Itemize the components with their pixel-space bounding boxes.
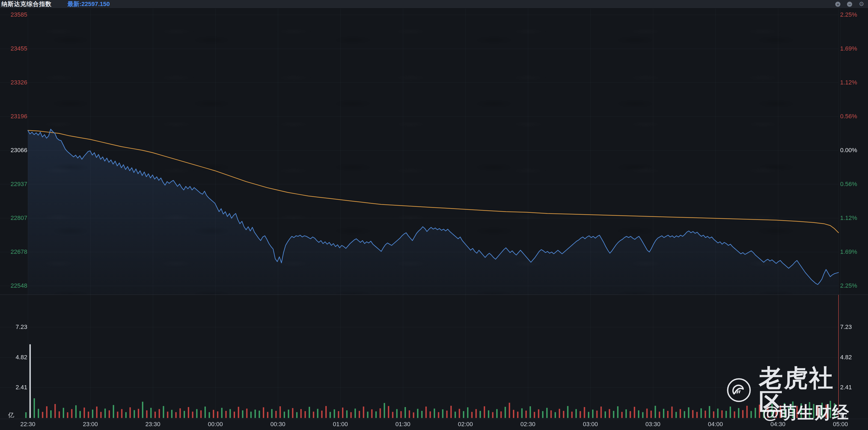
settings-gear-icon[interactable]: ⚙	[859, 1, 864, 7]
latest-price: 最新:22597.150	[67, 0, 110, 8]
chart-header: 纳斯达克综合指数 最新:22597.150 + − ⚙	[0, 0, 868, 8]
index-title: 纳斯达克综合指数	[1, 0, 52, 8]
stock-chart-app: 纳斯达克综合指数 最新:22597.150 + − ⚙ 235852.25%23…	[0, 0, 868, 430]
zoom-out-icon[interactable]: −	[847, 2, 852, 7]
zoom-in-icon[interactable]: +	[835, 2, 840, 7]
intraday-chart-canvas[interactable]	[0, 0, 868, 430]
header-toolbar: + − ⚙	[835, 0, 864, 8]
